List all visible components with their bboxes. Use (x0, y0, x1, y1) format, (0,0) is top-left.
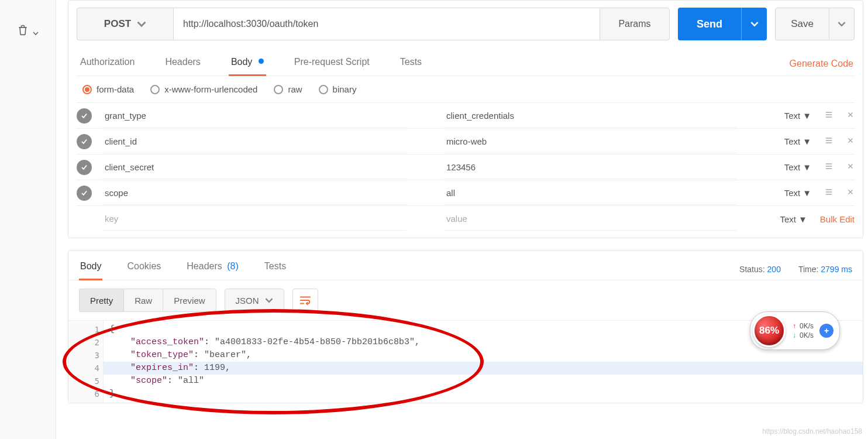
drag-handle-icon[interactable] (824, 110, 833, 121)
status-label: Status: (739, 265, 765, 274)
response-tab-headers-label: Headers (187, 261, 222, 271)
network-widget[interactable]: 86% ↑0K/s ↓0K/s + (750, 311, 840, 350)
arrow-up-icon: ↑ (793, 322, 796, 330)
form-row: Text ▼ (77, 180, 855, 206)
delete-row-icon[interactable] (846, 188, 855, 198)
delete-row-icon[interactable] (846, 111, 855, 121)
trash-icon[interactable] (17, 29, 31, 38)
response-tab-cookies[interactable]: Cookies (126, 259, 162, 280)
response-status-block: Status: 200 Time: 2799 ms (739, 265, 852, 274)
caret-down-icon: ▼ (798, 214, 807, 224)
watermark-text: https://blog.csdn.net/haohao158 (762, 427, 862, 435)
form-value-input[interactable] (444, 104, 736, 128)
download-speed: 0K/s (800, 331, 814, 339)
chevron-down-icon (137, 19, 146, 29)
form-row: Text ▼ (77, 103, 855, 129)
radio-raw[interactable]: raw (274, 84, 302, 94)
row-enabled-toggle[interactable] (77, 186, 92, 201)
drag-handle-icon[interactable] (824, 162, 833, 173)
body-type-row: form-data x-www-form-urlencoded raw bina… (77, 76, 855, 103)
form-row: Text ▼ (77, 129, 855, 155)
response-tab-body[interactable]: Body (79, 259, 102, 280)
caret-down-icon: ▼ (802, 162, 811, 172)
form-type-label: Text (780, 214, 796, 224)
form-key-input[interactable] (102, 130, 407, 153)
wrap-icon (299, 294, 312, 307)
arrow-down-icon: ↓ (793, 331, 796, 339)
form-type-select[interactable]: Text ▼ (784, 136, 811, 146)
form-type-select[interactable]: Text ▼ (780, 214, 807, 224)
bulk-edit-link[interactable]: Bulk Edit (820, 214, 855, 224)
form-type-label: Text (784, 162, 801, 172)
tab-authorization[interactable]: Authorization (78, 52, 137, 76)
form-type-label: Text (784, 111, 801, 121)
tab-prerequest[interactable]: Pre-request Script (292, 52, 372, 76)
form-key-input[interactable] (102, 156, 407, 179)
percent-badge: 86% (753, 314, 786, 347)
view-raw-button[interactable]: Raw (123, 289, 163, 312)
form-value-input[interactable] (444, 156, 736, 179)
http-method-select[interactable]: POST (77, 8, 173, 40)
trash-dropdown-icon[interactable] (33, 29, 39, 38)
radio-label: binary (333, 84, 357, 94)
form-key-input[interactable] (102, 207, 407, 231)
tab-body[interactable]: Body (229, 52, 266, 76)
form-value-input[interactable] (444, 207, 736, 231)
radio-label: x-www-form-urlencoded (164, 84, 257, 94)
radio-binary[interactable]: binary (319, 84, 357, 94)
radio-label: form-data (97, 84, 134, 94)
params-button[interactable]: Params (600, 8, 670, 40)
response-tab-tests[interactable]: Tests (263, 259, 287, 280)
caret-down-icon: ▼ (802, 188, 811, 198)
wrap-lines-button[interactable] (292, 289, 318, 312)
radio-icon (274, 85, 283, 94)
form-type-label: Text (784, 136, 801, 146)
plus-button[interactable]: + (819, 324, 833, 338)
form-type-select[interactable]: Text ▼ (784, 162, 811, 172)
chevron-down-icon (838, 20, 846, 28)
radio-xwww[interactable]: x-www-form-urlencoded (150, 84, 257, 94)
tab-headers[interactable]: Headers (163, 52, 202, 76)
http-method-label: POST (104, 18, 131, 30)
send-button[interactable]: Send (678, 8, 741, 40)
tab-modified-indicator (259, 59, 264, 64)
request-panel: POST Params Send Save Authorization Hea (68, 0, 863, 238)
row-enabled-toggle[interactable] (77, 108, 92, 124)
drag-handle-icon[interactable] (824, 187, 833, 198)
status-value: 200 (767, 265, 781, 274)
speed-column: ↑0K/s ↓0K/s (793, 322, 814, 339)
response-panel: Body Cookies Headers (8) Tests Status: 2… (68, 250, 863, 403)
url-input[interactable] (173, 8, 600, 40)
caret-down-icon: ▼ (802, 136, 811, 146)
form-type-label: Text (784, 188, 801, 198)
radio-icon (319, 85, 328, 94)
view-preview-button[interactable]: Preview (163, 289, 216, 312)
response-tab-headers[interactable]: Headers (8) (185, 259, 240, 280)
save-button[interactable]: Save (775, 8, 829, 40)
row-enabled-toggle[interactable] (77, 134, 92, 149)
form-type-select[interactable]: Text ▼ (784, 188, 811, 198)
generate-code-link[interactable]: Generate Code (790, 59, 853, 69)
code-body[interactable]: { "access_token": "a4001833-02fe-4b54-b8… (104, 321, 863, 403)
save-dropdown-button[interactable] (829, 8, 855, 40)
drag-handle-icon[interactable] (824, 136, 833, 147)
radio-icon (150, 85, 160, 94)
radio-label: raw (288, 84, 302, 94)
form-value-input[interactable] (444, 181, 736, 205)
tab-tests[interactable]: Tests (398, 52, 424, 76)
view-pretty-button[interactable]: Pretty (79, 289, 123, 312)
row-enabled-toggle[interactable] (77, 160, 92, 175)
radio-form-data[interactable]: form-data (82, 84, 134, 94)
form-key-input[interactable] (102, 104, 407, 128)
caret-down-icon: ▼ (802, 111, 811, 121)
response-code-area: 123456 { "access_token": "a4001833-02fe-… (68, 320, 863, 403)
delete-row-icon[interactable] (846, 162, 855, 172)
upload-speed: 0K/s (800, 322, 814, 330)
form-value-input[interactable] (444, 130, 736, 153)
delete-row-icon[interactable] (846, 136, 855, 146)
send-dropdown-button[interactable] (741, 8, 767, 40)
format-select[interactable]: JSON (225, 289, 284, 312)
view-mode-group: Pretty Raw Preview (79, 289, 216, 312)
form-key-input[interactable] (102, 181, 407, 205)
form-type-select[interactable]: Text ▼ (784, 111, 811, 121)
